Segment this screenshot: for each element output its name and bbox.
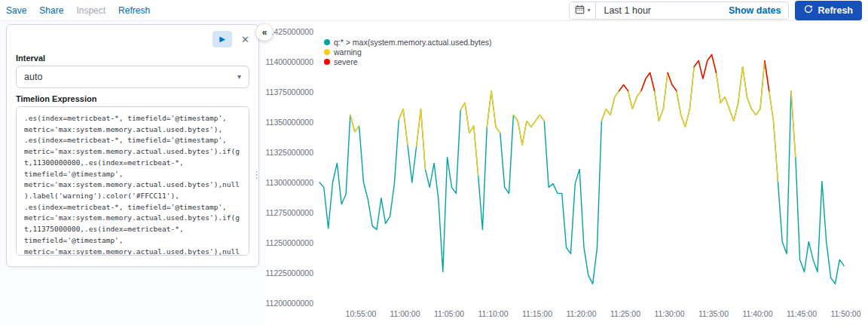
svg-text:11:30:00: 11:30:00 <box>654 309 684 318</box>
svg-text:11325000000: 11325000000 <box>266 148 314 157</box>
menu-save-link[interactable]: Save <box>6 5 26 16</box>
svg-text:11:35:00: 11:35:00 <box>698 309 729 318</box>
svg-text:11:40:00: 11:40:00 <box>742 309 772 318</box>
refresh-button-label: Refresh <box>818 5 853 16</box>
play-icon: ▶ <box>219 35 225 43</box>
svg-text:11375000000: 11375000000 <box>266 87 314 97</box>
svg-text:11275000000: 11275000000 <box>266 208 314 217</box>
svg-text:11200000000: 11200000000 <box>266 299 314 308</box>
svg-text:10:55:00: 10:55:00 <box>346 309 377 318</box>
expression-textarea[interactable]: .es(index=metricbeat-*, timefield='@time… <box>16 106 249 256</box>
svg-text:11300000000: 11300000000 <box>266 178 314 187</box>
show-dates-link[interactable]: Show dates <box>729 5 788 16</box>
interval-select[interactable]: auto ▾ <box>16 66 249 88</box>
svg-text:11:50:00: 11:50:00 <box>830 309 860 318</box>
timelion-chart[interactable]: 1120000000011225000000112500000001127500… <box>265 21 868 325</box>
svg-text:11:05:00: 11:05:00 <box>434 309 464 318</box>
collapse-editor-button[interactable]: « <box>256 24 273 41</box>
date-picker-calendar-button[interactable]: ▾ <box>570 2 596 19</box>
interval-label: Interval <box>16 54 249 63</box>
timelion-expression-label: Timelion Expression <box>16 94 249 103</box>
time-range-value[interactable]: Last 1 hour <box>596 5 729 16</box>
svg-text:11400000000: 11400000000 <box>266 57 314 66</box>
app-menu: Save Share Inspect Refresh <box>6 5 150 16</box>
time-controls: ▾ Last 1 hour Show dates Refresh <box>569 1 862 20</box>
expression-editor-region: ▶ ✕ Interval auto ▾ Timelion Expression … <box>0 21 265 325</box>
svg-text:11:20:00: 11:20:00 <box>566 309 596 318</box>
chart-region: q:* > max(system.memory.actual.used.byte… <box>265 21 868 325</box>
close-icon[interactable]: ✕ <box>241 35 249 44</box>
refresh-icon <box>804 5 813 16</box>
svg-text:11350000000: 11350000000 <box>266 118 314 127</box>
play-button[interactable]: ▶ <box>212 31 232 48</box>
svg-text:11225000000: 11225000000 <box>266 268 314 277</box>
panel-actions: ▶ ✕ <box>16 31 249 48</box>
svg-text:11250000000: 11250000000 <box>266 238 314 247</box>
interval-selected-value: auto <box>24 72 42 82</box>
menu-refresh-link[interactable]: Refresh <box>118 5 150 16</box>
svg-text:11:15:00: 11:15:00 <box>522 309 552 318</box>
menu-inspect-link[interactable]: Inspect <box>76 5 105 16</box>
svg-text:11:45:00: 11:45:00 <box>787 309 817 318</box>
svg-text:11:00:00: 11:00:00 <box>390 309 420 318</box>
chevron-down-icon: ▾ <box>237 73 241 81</box>
date-picker: ▾ Last 1 hour Show dates <box>569 2 789 20</box>
top-menu-bar: Save Share Inspect Refresh ▾ L <box>0 0 868 21</box>
svg-text:11425000000: 11425000000 <box>266 27 314 36</box>
timelion-expression-panel: ▶ ✕ Interval auto ▾ Timelion Expression … <box>6 24 259 267</box>
svg-text:11:25:00: 11:25:00 <box>610 309 640 318</box>
menu-share-link[interactable]: Share <box>39 5 63 16</box>
svg-text:11:10:00: 11:10:00 <box>478 309 508 318</box>
main-content: ▶ ✕ Interval auto ▾ Timelion Expression … <box>0 21 868 325</box>
calendar-icon <box>575 5 585 17</box>
chevron-down-icon: ▾ <box>587 8 590 14</box>
refresh-button[interactable]: Refresh <box>795 1 862 20</box>
panel-resize-handle[interactable]: ⋮ <box>252 169 261 180</box>
